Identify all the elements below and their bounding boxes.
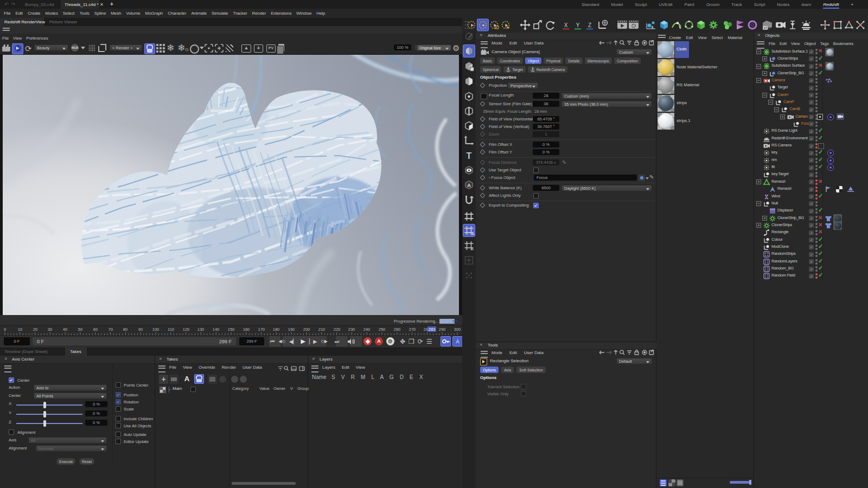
svg-text:140: 140	[213, 327, 220, 332]
svg-text:0: 0	[4, 327, 6, 332]
svg-text:17: 17	[763, 27, 767, 30]
svg-text:T: T	[467, 151, 472, 160]
svg-text:250: 250	[379, 327, 386, 332]
svg-text:180: 180	[273, 327, 280, 332]
svg-text:160: 160	[243, 327, 250, 332]
svg-text:283: 283	[429, 327, 436, 332]
svg-text:190: 190	[288, 327, 295, 332]
svg-text:20: 20	[33, 327, 37, 332]
svg-text:A: A	[467, 183, 471, 188]
svg-text:170: 170	[258, 327, 265, 332]
svg-text:300: 300	[454, 327, 461, 332]
svg-text:50: 50	[78, 327, 82, 332]
svg-text:150: 150	[228, 327, 235, 332]
svg-text:240: 240	[363, 327, 371, 332]
svg-text:70: 70	[108, 327, 113, 332]
svg-text:A: A	[472, 232, 475, 236]
svg-text:230: 230	[348, 327, 355, 332]
svg-text:60: 60	[93, 327, 98, 332]
svg-text:120: 120	[183, 327, 190, 332]
svg-text:A: A	[471, 247, 474, 251]
svg-text:100: 100	[152, 327, 159, 332]
svg-text:260: 260	[394, 327, 401, 332]
svg-text:90: 90	[138, 327, 143, 332]
svg-text:200: 200	[303, 327, 310, 332]
svg-text:80: 80	[123, 327, 127, 332]
svg-text:290: 290	[439, 327, 446, 332]
svg-text:110: 110	[168, 327, 174, 332]
svg-text:210: 210	[318, 327, 326, 332]
svg-text:270: 270	[409, 327, 416, 332]
svg-text:X: X	[564, 22, 568, 28]
svg-text:130: 130	[197, 327, 205, 332]
svg-text:10: 10	[18, 327, 22, 332]
svg-text:Y: Y	[576, 22, 580, 28]
svg-text:Z: Z	[588, 22, 591, 28]
svg-text:220: 220	[334, 327, 341, 332]
svg-text:40: 40	[63, 327, 67, 332]
svg-text:30: 30	[48, 327, 52, 332]
